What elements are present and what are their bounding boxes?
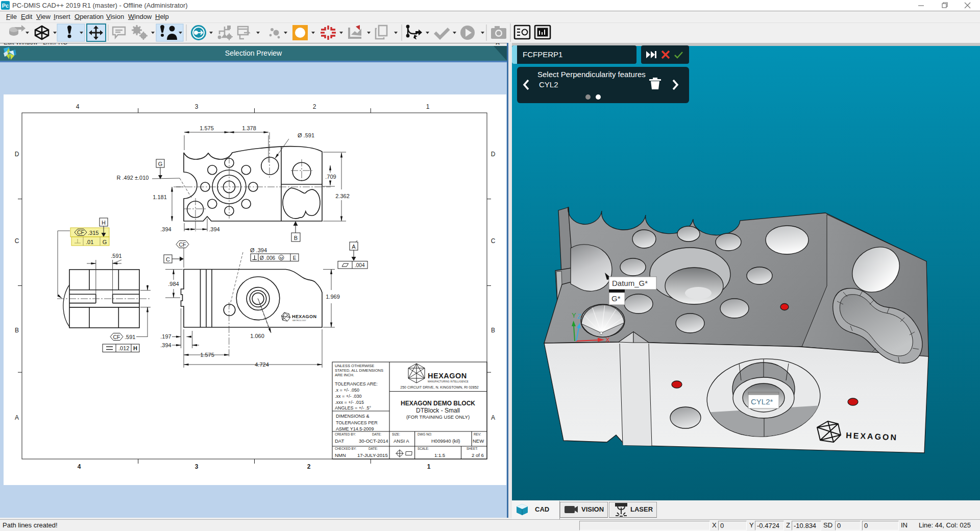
svg-text:CF: CF [179,242,186,248]
svg-text:1.378: 1.378 [242,125,256,131]
svg-text:1.969: 1.969 [326,294,340,300]
svg-text:17-JULY-2015: 17-JULY-2015 [357,452,388,458]
svg-text:.709: .709 [325,174,336,180]
svg-text:1: 1 [427,463,431,470]
svg-text:1: 1 [426,103,430,110]
svg-text:1.575: 1.575 [200,125,214,131]
svg-text:REV:: REV: [474,432,481,436]
svg-text:(FOR TRAINING USE ONLY): (FOR TRAINING USE ONLY) [406,414,470,420]
svg-text:H: H [102,220,106,226]
svg-text:250 CIRCUIT DRIVE, N. KINGSTOW: 250 CIRCUIT DRIVE, N. KINGSTOWN, RI 0285… [400,385,479,389]
svg-text:C: C [491,237,496,245]
svg-text:Ø .394: Ø .394 [250,247,267,253]
svg-text:.x = +/- .050: .x = +/- .050 [335,388,359,393]
svg-text:DIMENSIONS &: DIMENSIONS & [336,414,370,419]
svg-text:TOLERANCES ARE:: TOLERANCES ARE: [335,381,378,387]
svg-text:.197: .197 [160,333,171,340]
svg-text:.012: .012 [118,345,129,351]
svg-text:B: B [294,235,298,241]
svg-text:E: E [293,255,297,261]
svg-text:Ø .006: Ø .006 [260,255,275,261]
svg-text:Y: Y [572,311,576,319]
svg-text:.394: .394 [209,226,219,232]
svg-text:HEXAGON DEMO BLOCK: HEXAGON DEMO BLOCK [401,400,475,407]
svg-text:.xx = +/- .030: .xx = +/- .030 [335,394,362,399]
svg-text:3: 3 [195,103,199,110]
svg-text:.591: .591 [125,334,135,340]
svg-text:G*: G* [611,294,621,303]
svg-text:2.362: 2.362 [335,193,350,199]
svg-text:ARE INCH.: ARE INCH. [335,373,354,377]
svg-text:M: M [280,256,283,260]
svg-text:C: C [166,256,170,262]
svg-text:H: H [133,345,137,351]
svg-text:G: G [158,161,163,167]
svg-text:A: A [491,414,495,421]
svg-text:ASME Y14.5-2009: ASME Y14.5-2009 [336,426,374,431]
svg-text:HEXAGON: HEXAGON [292,314,316,319]
svg-text:1.575: 1.575 [200,352,214,358]
svg-text:B: B [15,327,19,334]
svg-text:D: D [15,151,19,158]
svg-text:.01: .01 [86,239,93,245]
svg-text:.315: .315 [88,230,99,236]
svg-text:CF: CF [113,334,120,340]
svg-text:30-OCT-2014: 30-OCT-2014 [359,438,388,444]
svg-text:TOLERANCES PER: TOLERANCES PER [336,420,378,425]
svg-text:X: X [605,336,610,344]
svg-text:.004: .004 [355,262,365,268]
svg-text:CF: CF [77,229,84,235]
svg-text:.394: .394 [160,342,171,348]
svg-text:B: B [491,327,495,334]
svg-text:Datum_G*: Datum_G* [612,279,648,287]
svg-text:Ø .591: Ø .591 [298,132,314,138]
svg-text:A: A [352,244,356,250]
svg-text:METROLOGY: METROLOGY [292,319,306,322]
svg-text:CYL2*: CYL2* [751,397,773,406]
svg-text:A: A [15,414,19,421]
svg-text:4: 4 [78,463,81,470]
svg-text:DWG NO:: DWG NO: [418,432,432,436]
svg-text:2: 2 [307,463,311,470]
svg-text:C: C [15,237,19,245]
svg-text:H009940 (kil): H009940 (kil) [431,438,460,444]
svg-text:SCALE:: SCALE: [418,447,429,450]
svg-text:.394: .394 [160,226,171,232]
svg-text:Z: Z [577,312,581,320]
svg-text:.984: .984 [168,281,179,287]
svg-text:1.181: 1.181 [153,194,167,200]
svg-text:DAT: DAT [335,438,344,444]
svg-text:1.060: 1.060 [250,333,264,339]
svg-text:HEXAGON: HEXAGON [428,372,467,380]
svg-text:.xxx = +/- .015: .xxx = +/- .015 [335,400,364,405]
svg-text:2: 2 [313,103,316,110]
svg-text:4.724: 4.724 [255,361,269,368]
svg-text:1:1.5: 1:1.5 [434,452,445,458]
svg-text:ANGLES = +/- .5°: ANGLES = +/- .5° [335,405,372,411]
svg-text:DATE:: DATE: [369,447,378,450]
svg-text:G: G [103,239,107,245]
svg-text:R .492 ±.010: R .492 ±.010 [117,175,149,181]
svg-text:CREATED BY:: CREATED BY: [335,432,356,436]
svg-text:2 of 6: 2 of 6 [472,452,484,458]
svg-text:CHECKED BY:: CHECKED BY: [335,447,357,450]
svg-text:SHEET:: SHEET: [467,447,478,450]
svg-text:NMN: NMN [335,452,346,458]
svg-text:D: D [491,151,496,158]
svg-text:.591: .591 [111,253,121,259]
svg-text:UNLESS OTHERWISE: UNLESS OTHERWISE [335,364,374,368]
svg-text:DTBlock - Small: DTBlock - Small [416,407,460,414]
svg-text:NEW: NEW [473,438,484,444]
svg-text:3: 3 [195,463,199,470]
svg-text:MANUFACTURING INTELLIGENCE: MANUFACTURING INTELLIGENCE [428,380,469,383]
svg-text:4: 4 [76,103,80,110]
svg-text:DATE:: DATE: [372,432,381,436]
svg-text:SIZE:: SIZE: [392,432,400,436]
svg-text:ANSI A: ANSI A [394,438,409,444]
svg-text:STATED, ALL DIMENSIONS: STATED, ALL DIMENSIONS [335,368,383,373]
